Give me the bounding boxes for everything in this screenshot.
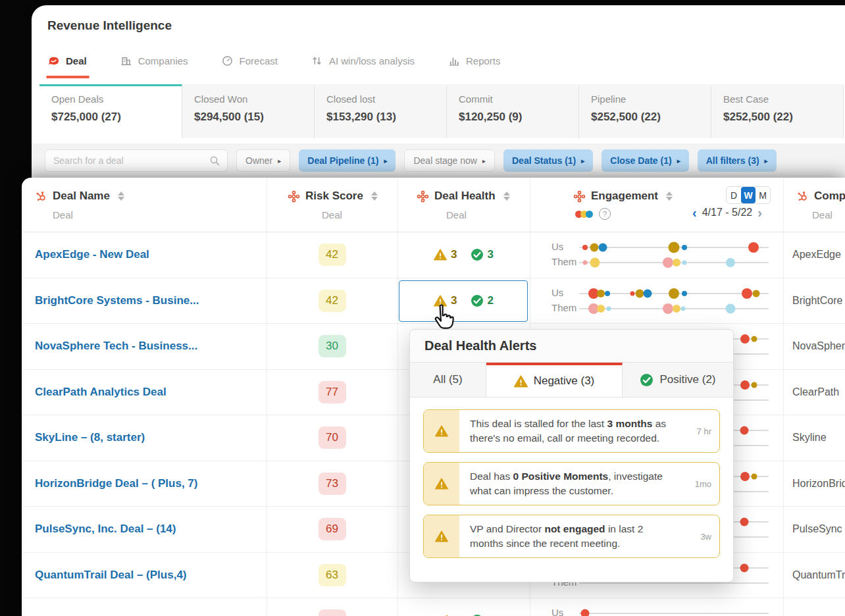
popup-title: Deal Health Alerts (410, 330, 733, 363)
deal-name-link[interactable]: PulseSync, Inc. Deal – (14) (35, 523, 176, 536)
deal-name-cell: BrightCore Systems - Busine... (22, 278, 267, 324)
tab-deal[interactable]: Deal (47, 55, 87, 66)
prev-period-icon[interactable]: ‹ (692, 206, 697, 219)
engagement-dot (682, 291, 687, 296)
period-d[interactable]: D (727, 187, 741, 203)
card-value: $725,000 (27) (51, 111, 182, 124)
company-cell: ApexEdge (783, 232, 845, 278)
deal-name-cell: PulseSync, Inc. Deal – (14) (22, 507, 267, 552)
card-value: $252,500 (22) (591, 111, 711, 124)
deal-name-link[interactable]: ApexEdge - New Deal (35, 248, 149, 261)
deal-name-link[interactable]: HorizonBridge Deal – ( Plus, 7) (35, 477, 198, 490)
chevron-right-icon: ▸ (482, 157, 486, 165)
company-name: PulseSync (792, 523, 842, 535)
header-engagement[interactable]: Engagement (573, 190, 673, 203)
them-timeline (579, 308, 769, 309)
period-w[interactable]: W (741, 187, 755, 203)
deal-health-cell[interactable]: 33 (397, 232, 530, 278)
card-label: Commit (459, 93, 578, 105)
sort-icon[interactable] (118, 192, 124, 201)
summary-card-closed-lost[interactable]: Closed lost$153,290 (13) (315, 84, 447, 138)
filter-chip-all-filters-3[interactable]: All filters (3)▸ (698, 149, 777, 172)
summary-card-best-case[interactable]: Best Case$252,500 (22) (711, 84, 844, 138)
engagement-dot (673, 259, 680, 267)
deal-name-cell: SkyLine – (8, starter) (22, 415, 267, 461)
header-company[interactable]: Company (796, 190, 845, 203)
summary-card-open-deals[interactable]: Open Deals$725,000 (27) (39, 84, 182, 138)
tab-forecast[interactable]: Forecast (221, 55, 278, 66)
table-header: Deal Name Deal Risk Score Deal Deal Heal… (22, 178, 845, 232)
summary-card-closed-won[interactable]: Closed Won$294,500 (15) (182, 84, 315, 138)
engagement-dot (682, 261, 686, 265)
chip-label: Close Date (1) (610, 155, 671, 166)
header-deal-health[interactable]: Deal Health (417, 190, 510, 203)
alert-message-text: Deal has 0 Positive Moments, investigate… (470, 469, 677, 498)
filter-chip-deal-pipeline-1[interactable]: Deal Pipeline (1)▸ (299, 149, 396, 172)
tab-reports[interactable]: Reports (448, 55, 501, 66)
risk-score-cell: 30 (267, 324, 397, 369)
us-label: Us (551, 241, 563, 252)
engagement-dot (740, 472, 750, 481)
warning-icon (435, 530, 448, 542)
deal-health-cell[interactable] (397, 598, 530, 616)
warning-icon (435, 425, 448, 437)
engagement-dot (590, 258, 600, 268)
engagement-dot (682, 245, 687, 250)
engagement-dot (752, 382, 757, 388)
filter-chip-deal-status-1[interactable]: Deal Status (1)▸ (503, 149, 593, 172)
engagement-cell: UsThem (530, 232, 783, 278)
tab-companies[interactable]: Companies (120, 55, 188, 66)
company-cell: NovaSphere (783, 324, 845, 369)
tab-negative[interactable]: Negative (3) (486, 363, 623, 397)
period-m[interactable]: M (755, 187, 770, 203)
board-icon (288, 190, 300, 203)
deal-name-link[interactable]: BrightCore Systems - Busine... (35, 294, 199, 307)
deal-name-link[interactable]: ClearPath Analytics Deal (35, 386, 166, 399)
sort-icon[interactable] (666, 192, 673, 201)
chevron-right-icon: ▸ (384, 157, 387, 165)
positive-alerts: 3 (471, 248, 494, 261)
company-cell: BrightCore (783, 278, 845, 324)
header-deal-name[interactable]: Deal Name (35, 190, 124, 203)
company-cell: HorizonBridge (783, 461, 845, 507)
chevron-right-icon: ▸ (581, 157, 584, 165)
engagement-dot (681, 306, 686, 311)
warning-icon (434, 249, 447, 261)
search-input[interactable] (52, 155, 209, 167)
tab-ai-win-loss-analysis[interactable]: AI win/loss analysis (311, 55, 415, 66)
alert-warning-zone (424, 515, 459, 557)
active-tab-underline (46, 76, 90, 78)
company-name: NovaSphere (792, 340, 845, 352)
tab-positive[interactable]: Positive (2) (623, 363, 733, 397)
table-row: BrightCore Systems - Busine...4232UsThem… (22, 278, 845, 324)
them-timeline (579, 262, 769, 263)
card-label: Pipeline (591, 93, 711, 105)
column-title: Deal Name (53, 190, 110, 203)
alert-message: This deal is stalled for the last 3 mont… (459, 410, 681, 452)
summary-card-commit[interactable]: Commit$120,250 (9) (447, 84, 579, 138)
company-name: ClearPath (792, 386, 839, 398)
sort-icon[interactable] (503, 192, 510, 201)
column-subtitle: Deal (812, 209, 832, 220)
header-risk-score[interactable]: Risk Score (288, 190, 378, 203)
deal-name-link[interactable]: SkyLine – (8, starter) (35, 431, 145, 444)
deal-search[interactable] (45, 149, 228, 172)
sort-icon[interactable] (371, 192, 378, 201)
deal-name-link[interactable]: NovaSphere Tech - Business... (35, 340, 197, 353)
next-period-icon[interactable]: › (757, 206, 762, 219)
tab-all[interactable]: All (5) (410, 363, 486, 397)
bar-chart-icon (448, 55, 460, 66)
engagement-dot (597, 305, 605, 313)
filter-chip-close-date-1[interactable]: Close Date (1)▸ (602, 149, 688, 172)
help-icon[interactable]: ? (599, 208, 611, 220)
engagement-dot (663, 303, 673, 314)
filter-chip-owner[interactable]: Owner▸ (236, 149, 290, 172)
board-icon (573, 190, 586, 203)
deal-name-link[interactable]: QuantumTrail Deal – (Plus,4) (35, 569, 187, 582)
engagement-dot (740, 563, 748, 572)
selected-cell-outline (399, 280, 528, 322)
check-icon (471, 248, 484, 261)
filter-chip-deal-stage-now[interactable]: Deal stage now▸ (404, 149, 495, 172)
gauge-icon (221, 55, 234, 66)
summary-card-pipeline[interactable]: Pipeline$252,500 (22) (579, 84, 711, 138)
